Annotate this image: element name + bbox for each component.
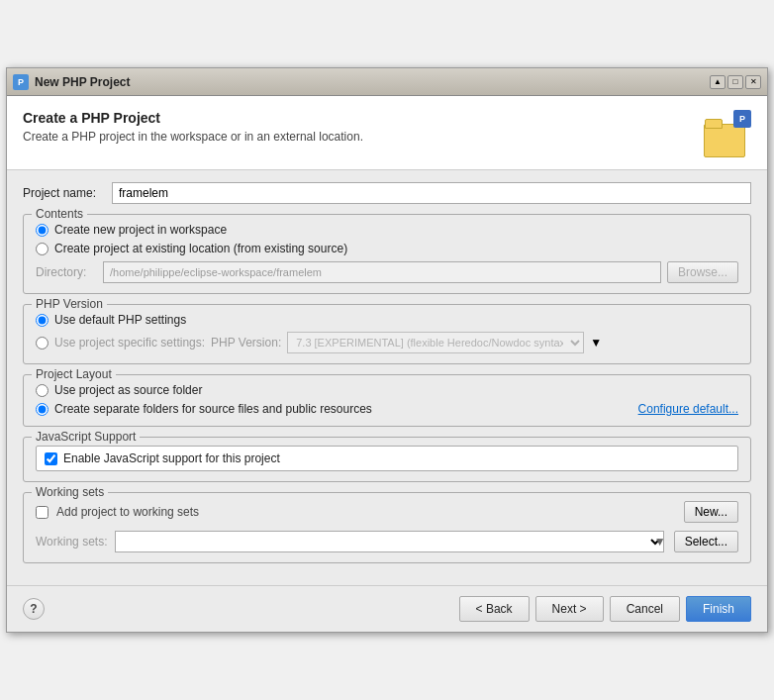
project-layout-group-label: Project Layout [32,367,116,381]
layout-radio1-row: Use project as source folder [36,383,738,397]
finish-button[interactable]: Finish [686,596,751,622]
contents-radio2-row: Create project at existing location (fro… [36,242,738,255]
javascript-checkbox-row: Enable JavaScript support for this proje… [36,446,738,471]
help-button[interactable]: ? [23,598,45,620]
window-icon: P [13,74,29,90]
folder-icon [704,124,745,157]
javascript-checkbox[interactable] [45,452,57,465]
directory-label: Directory: [36,265,97,279]
contents-group-label: Contents [32,207,87,221]
add-to-working-sets-label: Add project to working sets [56,505,199,519]
close-button[interactable]: ✕ [745,75,761,89]
php-version-radio1-row: Use default PHP settings [36,313,738,327]
add-to-working-sets-checkbox[interactable] [36,506,48,519]
header-section: Create a PHP Project Create a PHP projec… [7,96,767,170]
header-text: Create a PHP Project Create a PHP projec… [23,110,363,144]
contents-group: Contents Create new project in workspace… [23,214,751,294]
back-button[interactable]: < Back [459,596,530,622]
javascript-support-group: JavaScript Support Enable JavaScript sup… [23,437,751,482]
minimize-button[interactable]: ▲ [710,75,726,89]
cancel-button[interactable]: Cancel [610,596,680,622]
next-button[interactable]: Next > [535,596,604,622]
default-php-radio[interactable] [36,314,48,327]
create-at-location-radio[interactable] [36,243,48,255]
window-controls: ▲ □ ✕ [710,75,761,89]
working-sets-row: Working sets: ▼ Select... [36,531,738,552]
working-sets-group-label: Working sets [32,485,108,499]
project-name-row: Project name: [23,182,751,204]
main-content: Project name: Contents Create new projec… [7,170,767,585]
folder-badge: P [733,110,751,128]
header-icon: P [704,110,751,157]
layout-radio2-row: Create separate folders for source files… [36,402,738,416]
separate-folders-label: Create separate folders for source files… [54,402,372,416]
header-title: Create a PHP Project [23,110,363,126]
php-version-group: PHP Version Use default PHP settings Use… [23,304,751,364]
footer-right: < Back Next > Cancel Finish [459,596,751,622]
directory-input [103,261,661,283]
javascript-checkbox-label: Enable JavaScript support for this proje… [63,451,280,465]
footer-left: ? [23,598,45,620]
project-name-label: Project name: [23,186,112,200]
create-in-workspace-label: Create new project in workspace [54,223,227,237]
php-dropdown-icon: ▼ [590,336,602,350]
separate-folders-radio[interactable] [36,403,48,416]
footer: ? < Back Next > Cancel Finish [7,585,767,632]
project-layout-group: Project Layout Use project as source fol… [23,374,751,427]
working-sets-select[interactable] [115,531,663,552]
contents-radio1-row: Create new project in workspace [36,223,738,237]
add-working-set-row: Add project to working sets New... [36,501,738,523]
php-version-label: PHP Version: [211,336,281,350]
configure-default-link[interactable]: Configure default... [638,402,738,416]
directory-row: Directory: Browse... [36,261,738,283]
title-bar: P New PHP Project ▲ □ ✕ [7,68,767,96]
select-working-set-button[interactable]: Select... [674,531,738,552]
use-as-source-radio[interactable] [36,384,48,397]
working-sets-label: Working sets: [36,535,107,549]
browse-button[interactable]: Browse... [667,261,738,283]
maximize-button[interactable]: □ [727,75,743,89]
specific-php-label: Use project specific settings: [54,336,205,350]
create-in-workspace-radio[interactable] [36,224,48,237]
use-as-source-label: Use project as source folder [54,383,202,397]
php-version-group-label: PHP Version [32,297,107,311]
specific-php-radio[interactable] [36,337,48,350]
create-at-location-label: Create project at existing location (fro… [54,242,347,255]
header-subtitle: Create a PHP project in the workspace or… [23,130,363,144]
new-working-set-button[interactable]: New... [684,501,738,523]
dialog-window: P New PHP Project ▲ □ ✕ Create a PHP Pro… [6,67,768,633]
project-name-input[interactable] [112,182,751,204]
default-php-label: Use default PHP settings [54,313,186,327]
javascript-support-group-label: JavaScript Support [32,430,140,444]
php-version-radio2-row: Use project specific settings: PHP Versi… [36,332,738,353]
php-version-select: 7.3 [EXPERIMENTAL] (flexible Heredoc/Now… [287,332,584,353]
window-title: New PHP Project [35,75,704,89]
working-sets-group: Working sets Add project to working sets… [23,492,751,563]
